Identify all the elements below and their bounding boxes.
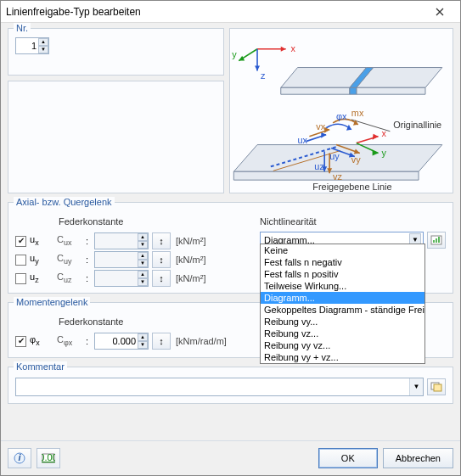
svg-marker-44 xyxy=(373,134,379,140)
nonlin-option[interactable]: Reibung vy... xyxy=(261,316,424,328)
ok-button[interactable]: OK xyxy=(318,448,378,468)
checkbox-uz[interactable] xyxy=(15,273,26,284)
help-button[interactable]: i xyxy=(8,448,31,468)
svg-text:vx: vx xyxy=(316,121,325,132)
const-label-cphix: Cφx xyxy=(57,334,82,347)
window-title: Linienfreigabe-Typ bearbeiten xyxy=(6,6,424,18)
stepper-cphix[interactable]: ↕ xyxy=(152,333,171,350)
unit-cux: [kN/m²] xyxy=(174,236,205,246)
cancel-button[interactable]: Abbrechen xyxy=(383,448,453,468)
svg-text:x: x xyxy=(382,128,387,138)
dialog-window: Linienfreigabe-Typ bearbeiten Nr. ▲▼ xyxy=(0,0,461,476)
moment-group-label: Momentengelenk xyxy=(14,297,90,307)
dialog-footer: i 0.00 OK Abbrechen xyxy=(1,440,460,475)
nonlin-col-header: Nichtlinearität xyxy=(260,213,446,230)
svg-rect-52 xyxy=(436,238,437,243)
nonlin-option[interactable]: Fest falls n positiv xyxy=(261,268,424,280)
svg-text:φx: φx xyxy=(336,111,347,121)
nonlin-option[interactable]: Reibung vy vz... xyxy=(261,339,424,351)
svg-text:vz: vz xyxy=(333,171,342,182)
unit-cuz: [kN/m²] xyxy=(174,273,205,283)
svg-marker-1 xyxy=(281,47,286,52)
label-uy: uy xyxy=(30,253,53,266)
label-ux: ux xyxy=(30,234,53,247)
stepper-cuy[interactable]: ↕ xyxy=(152,251,171,268)
svg-rect-55 xyxy=(434,384,441,391)
label-uz: uz xyxy=(30,272,53,284)
titlebar: Linienfreigabe-Typ bearbeiten xyxy=(1,1,460,23)
checkbox-uy[interactable] xyxy=(15,255,26,266)
svg-marker-5 xyxy=(255,66,260,71)
units-button[interactable]: 0.00 xyxy=(37,448,60,468)
comment-input[interactable] xyxy=(16,378,409,395)
svg-text:x: x xyxy=(291,43,296,53)
svg-marker-16 xyxy=(233,171,419,180)
spring-col-header: Federkonstante xyxy=(59,216,123,227)
stepper-cux[interactable]: ↕ xyxy=(152,232,171,249)
label-phix: φx xyxy=(30,334,53,347)
nonlin-option[interactable]: Fest falls n negativ xyxy=(261,256,424,268)
close-button[interactable] xyxy=(424,3,455,21)
nonlin-option[interactable]: Diagramm... xyxy=(261,292,424,304)
row-ux: ux Cux : ▲▼ ↕ [kN/m²] xyxy=(15,232,245,250)
svg-text:Freigegebene Linie: Freigegebene Linie xyxy=(312,182,391,192)
nr-spinner[interactable]: ▲▼ xyxy=(38,38,48,53)
svg-marker-11 xyxy=(281,87,350,94)
comment-group: Kommentar ▼ xyxy=(8,367,453,404)
svg-text:z: z xyxy=(261,70,266,81)
spinner-cuz[interactable]: ▲▼ xyxy=(138,271,148,286)
nonlin-option[interactable]: Reibung vz... xyxy=(261,328,424,339)
svg-marker-21 xyxy=(346,125,351,131)
row-uy: uy Cuy : ▲▼ ↕ [kN/m²] xyxy=(15,250,245,269)
const-label-cux: Cux xyxy=(57,234,82,247)
spinner-cuy[interactable]: ▲▼ xyxy=(138,252,148,267)
schematic-diagram: x y z xyxy=(229,28,453,193)
chevron-down-icon[interactable]: ▼ xyxy=(409,378,423,395)
svg-text:y: y xyxy=(232,49,237,59)
comment-group-label: Kommentar xyxy=(14,361,67,372)
svg-marker-26 xyxy=(321,132,326,138)
svg-text:vy: vy xyxy=(351,154,361,165)
svg-text:uz: uz xyxy=(314,161,324,171)
nonlin-edit-button[interactable] xyxy=(427,232,446,249)
nonlin-option[interactable]: Keine xyxy=(261,244,424,256)
svg-rect-51 xyxy=(433,240,435,243)
svg-text:0.00: 0.00 xyxy=(42,452,55,462)
row-uz: uz Cuz : ▲▼ ↕ [kN/m²] xyxy=(15,269,245,288)
svg-rect-53 xyxy=(438,237,440,243)
moment-spring-header: Federkonstante xyxy=(59,316,123,327)
stepper-cuz[interactable]: ↕ xyxy=(152,270,171,287)
const-label-cuz: Cuz xyxy=(57,272,82,284)
unit-cphix: [kNm/rad/m] xyxy=(174,336,227,346)
nonlin-option[interactable]: Gekoppeltes Diagramm - ständige Freigabe xyxy=(261,304,424,316)
nr-input-wrapper: ▲▼ xyxy=(15,37,49,54)
axial-group-label: Axial- bzw. Quergelenk xyxy=(14,197,115,207)
const-label-cuy: Cuy xyxy=(57,253,82,266)
svg-text:uy: uy xyxy=(329,151,340,161)
comment-combobox[interactable]: ▼ xyxy=(15,378,424,396)
placeholder-panel xyxy=(8,81,224,193)
spinner-cphix[interactable]: ▲▼ xyxy=(138,333,148,349)
checkbox-ux[interactable] xyxy=(15,236,26,247)
axial-group: Axial- bzw. Quergelenk Federkonstante ux… xyxy=(8,202,453,294)
svg-text:mx: mx xyxy=(351,108,364,118)
svg-marker-12 xyxy=(357,87,425,94)
nr-group: Nr. ▲▼ xyxy=(8,28,224,76)
checkbox-phix[interactable] xyxy=(15,336,26,347)
unit-cuy: [kN/m²] xyxy=(174,255,205,265)
spinner-cux[interactable]: ▲▼ xyxy=(138,233,148,249)
svg-text:ux: ux xyxy=(298,135,308,145)
nr-label: Nr. xyxy=(14,23,31,33)
nonlin-dropdown-list[interactable]: KeineFest falls n negativFest falls n po… xyxy=(260,244,425,364)
comment-pick-button[interactable] xyxy=(427,378,446,395)
svg-text:Originallinie: Originallinie xyxy=(393,120,441,130)
nonlin-option[interactable]: Teilweise Wirkung... xyxy=(261,280,424,292)
svg-marker-13 xyxy=(350,87,357,94)
nonlin-option[interactable]: Reibung vy + vz... xyxy=(261,351,424,363)
svg-text:y: y xyxy=(382,148,387,158)
